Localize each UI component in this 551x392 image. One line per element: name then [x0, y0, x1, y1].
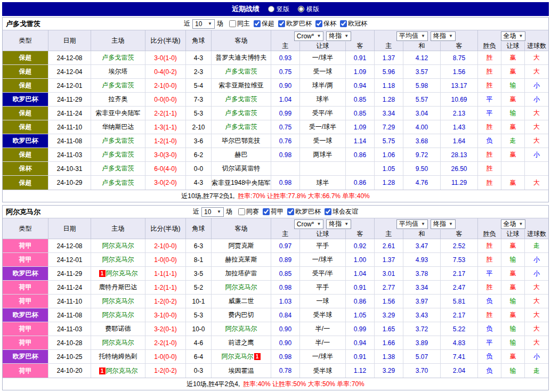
corner-count: 8-1 [186, 253, 212, 266]
checkbox-input[interactable] [263, 208, 270, 215]
match-score: 1-2(0-2) [145, 295, 186, 308]
result-goals: 大 [525, 281, 548, 294]
filter-prefix: 近 [193, 207, 199, 216]
handicap-odds-home: 0.85 [271, 267, 300, 280]
match-score: 2-1(0-0) [145, 239, 186, 252]
scope-select[interactable]: 全场▼ [501, 219, 526, 229]
odds-company-select[interactable]: Crow*▼ [294, 31, 324, 41]
view-option-vertical[interactable]: 竖版 [268, 5, 289, 14]
col-header-date: 日期 [48, 218, 91, 239]
match-row: 保超24-11-10华纳斯巴达1-3(1-1)2-10卢多戈雷茨0.75受一/球… [3, 120, 548, 134]
avg-source-select[interactable]: 平均值▼ [396, 31, 428, 41]
handicap-odds-home: 0.75 [271, 65, 300, 78]
result-goals: 大 [525, 336, 548, 349]
avg-odds-away: 5.22 [441, 322, 478, 336]
league-badge: 荷甲 [3, 239, 48, 252]
avg-odds-away: 1.43 [441, 120, 478, 134]
match-row: 保超24-10-29卢多戈雷茨3-0(2-0)4-3索非亚1948中央陆军0.9… [3, 176, 548, 190]
avg-odds-away: 1.56 [441, 65, 478, 78]
checkbox-input[interactable] [287, 208, 294, 215]
filter-checkbox-3[interactable]: 保杯 [315, 19, 336, 28]
scope-select[interactable]: 全场▼ [501, 31, 526, 41]
filter-suffix: 场 [217, 19, 223, 28]
avg-stage-select[interactable]: 终指▼ [431, 31, 456, 41]
odds-company-value: Crow* [297, 220, 314, 228]
view-option-horizontal[interactable]: 横版 [298, 5, 319, 14]
handicap-odds-away: 0.86 [346, 148, 375, 161]
league-badge: 荷甲 [3, 281, 48, 294]
dropdown-arrow-icon: ▼ [519, 222, 523, 226]
filter-checkbox-0[interactable]: 同主 [229, 19, 250, 28]
checkbox-input[interactable] [315, 20, 322, 27]
match-score: 1-2(0-2) [145, 364, 186, 378]
checkbox-input[interactable] [229, 20, 236, 27]
checkbox-input[interactable] [278, 20, 285, 27]
odds-stage-select[interactable]: 终指▼ [326, 31, 351, 41]
match-count-select[interactable]: 10 ▼ [192, 19, 215, 29]
filter-checkbox-2[interactable]: 欧罗巴杯 [287, 207, 321, 216]
match-date: 24-11-10 [48, 295, 91, 308]
table-body: 荷甲24-12-08阿尔克马尔2-1(0-0)6-3阿贾克斯0.97平手0.92… [3, 239, 548, 378]
match-count-select[interactable]: 10 ▼ [201, 207, 224, 217]
checkbox-label: 球会友谊 [333, 207, 358, 216]
vertical-radio[interactable] [268, 6, 274, 12]
avg-odds-away: 7.53 [441, 253, 478, 266]
home-team-label: 阿尔克马尔 [102, 255, 134, 264]
col-header-score: 比分(半场) [145, 30, 186, 51]
handicap-odds-away: 1.00 [346, 253, 375, 266]
match-row: 荷甲24-12-01阿尔克马尔1-0(0-0)8-1赫拉克莱斯0.89一/球半1… [3, 253, 548, 267]
filter-checkbox-4[interactable]: 欧冠杯 [340, 19, 367, 28]
odds-company-select[interactable]: Crow*▼ [294, 219, 324, 229]
match-row: 荷甲24-11-10阿尔克马尔1-2(0-2)10-1威廉二世1.03一球0.8… [3, 295, 548, 308]
checkbox-input[interactable] [254, 20, 261, 27]
away-team-label: 赫拉克莱斯 [225, 255, 257, 264]
red-card-badge: 1 [254, 353, 261, 360]
match-date: 24-12-04 [48, 65, 91, 78]
home-team: 索非亚中央陆军 [91, 107, 145, 120]
result-outcome: 平 [478, 336, 501, 349]
odds-stage-select[interactable]: 终指▼ [326, 219, 351, 229]
match-date: 24-11-03 [48, 322, 91, 336]
home-team: 拉齐奥 [91, 93, 145, 106]
handicap-odds-home: 0.98 [271, 350, 300, 363]
match-score: 1-0(0-0) [145, 253, 186, 266]
checkbox-input[interactable] [325, 208, 331, 215]
checkbox-input[interactable] [340, 20, 347, 27]
filter-checkbox-1[interactable]: 荷甲 [263, 207, 283, 216]
league-badge: 欧罗巴杯 [3, 267, 48, 280]
avg-odds-draw: 4.93 [403, 253, 441, 266]
filter-checkbox-3[interactable]: 球会友谊 [325, 207, 358, 216]
home-team: 阿尔克马尔 [91, 295, 145, 308]
result-handicap: 赢 [501, 148, 525, 161]
match-row: 保超24-12-08卢多戈雷茨3-0(1-0)4-3普罗夫迪夫博特夫0.93一/… [3, 51, 548, 65]
avg-stage-select[interactable]: 终指▼ [431, 219, 456, 229]
filter-checkbox-2[interactable]: 欧罗巴杯 [278, 19, 312, 28]
match-score: 3-2(0-1) [145, 322, 186, 336]
col-header-odds-line: 让球 [300, 42, 346, 51]
checkbox-label: 荷甲 [271, 207, 283, 216]
away-team-label: 索非亚1948中央陆军 [212, 178, 271, 187]
result-outcome: 胜 [478, 308, 501, 322]
result-handicap: 赢 [501, 281, 525, 294]
avg-stage-value: 终指 [433, 31, 446, 40]
col-header-away: 客场 [212, 218, 271, 239]
match-score: 1-2(1-0) [145, 134, 186, 148]
match-date: 24-11-10 [48, 120, 91, 134]
league-badge: 荷甲 [3, 336, 48, 349]
horizontal-radio[interactable] [298, 6, 304, 12]
away-team: 卢多戈雷茨 [212, 107, 271, 120]
filter-checkboxes: 同赛荷甲欧罗巴杯球会友谊 [234, 207, 358, 217]
team-header-row: 阿尔克马尔 近 10 ▼ 场 同赛荷甲欧罗巴杯球会友谊 [3, 206, 548, 218]
away-team: 阿尔克马尔1 [212, 350, 271, 363]
checkbox-input[interactable] [238, 208, 245, 215]
result-handicap: 走 [501, 134, 525, 148]
avg-source-select[interactable]: 平均值▼ [396, 219, 428, 229]
match-score: 1-0(0-0) [145, 350, 186, 363]
filter-suffix: 场 [226, 207, 232, 216]
filter-checkbox-0[interactable]: 同赛 [238, 207, 259, 216]
result-goals: 大 [525, 65, 548, 78]
corner-count: 7-3 [186, 93, 212, 106]
away-team: 索非亚斯拉维亚 [212, 79, 271, 92]
avg-odds-away: 5.81 [441, 295, 478, 308]
filter-checkbox-1[interactable]: 保超 [254, 19, 274, 28]
